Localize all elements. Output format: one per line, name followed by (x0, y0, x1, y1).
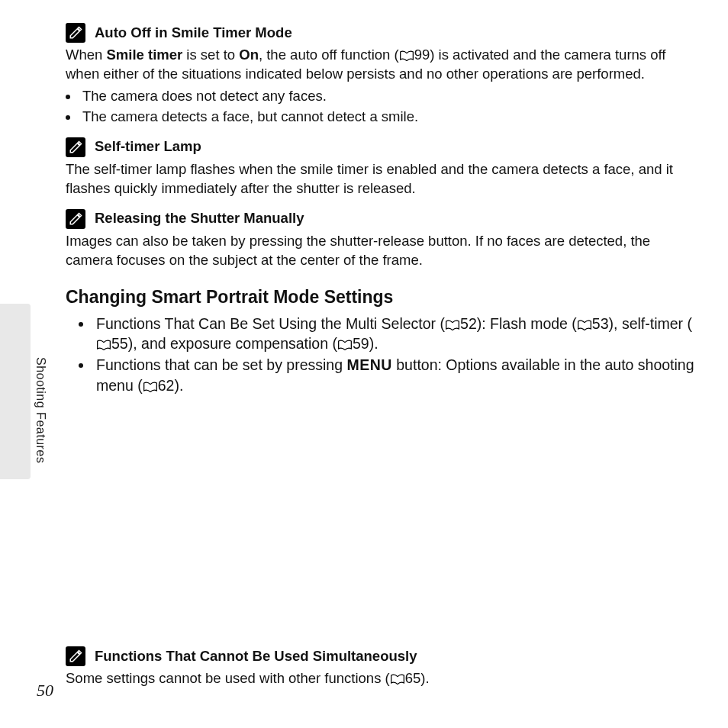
page-content: Auto Off in Smile Timer Mode When Smile … (0, 0, 728, 426)
note-title: Auto Off in Smile Timer Mode (95, 24, 292, 43)
note-header-self-timer-lamp: Self-timer Lamp (66, 137, 697, 157)
bottom-note: Functions That Cannot Be Used Simultaneo… (66, 646, 697, 691)
note-header-manual-shutter: Releasing the Shutter Manually (66, 209, 697, 229)
note-header-auto-off: Auto Off in Smile Timer Mode (66, 23, 697, 43)
pencil-icon (66, 137, 85, 157)
bullet-item: The camera does not detect any faces. (79, 87, 697, 106)
note-body: Images can also be taken by pressing the… (66, 232, 697, 270)
note-header-cannot-use: Functions That Cannot Be Used Simultaneo… (66, 646, 697, 666)
side-section-label: Shooting Features (32, 357, 49, 463)
bullet-list: The camera does not detect any faces. Th… (66, 87, 697, 127)
book-icon (96, 340, 111, 350)
book-icon (143, 382, 158, 392)
note-title: Functions That Cannot Be Used Simultaneo… (95, 647, 417, 666)
pencil-icon (66, 646, 85, 666)
note-body: The self-timer lamp flashes when the smi… (66, 160, 697, 198)
note-title: Self-timer Lamp (95, 137, 201, 156)
side-tab (0, 304, 31, 479)
book-icon (399, 50, 414, 61)
note-title: Releasing the Shutter Manually (95, 209, 304, 228)
book-icon (577, 320, 592, 330)
bullet-item: Functions That Can Be Set Using the Mult… (93, 314, 697, 354)
bullet-item: Functions that can be set by pressing ME… (93, 355, 697, 395)
book-icon (337, 340, 353, 350)
note-body: Some settings cannot be used with other … (66, 669, 697, 688)
note-body: When Smile timer is set to On, the auto … (66, 46, 697, 84)
page-number: 50 (37, 679, 53, 702)
book-icon (390, 674, 405, 685)
menu-button-label: MENU (346, 356, 391, 373)
pencil-icon (66, 209, 85, 229)
settings-bullet-list: Functions That Can Be Set Using the Mult… (66, 314, 697, 395)
heading-changing-settings: Changing Smart Portrait Mode Settings (66, 285, 697, 309)
pencil-icon (66, 23, 85, 43)
book-icon (445, 320, 460, 330)
bullet-item: The camera detects a face, but cannot de… (79, 108, 697, 127)
